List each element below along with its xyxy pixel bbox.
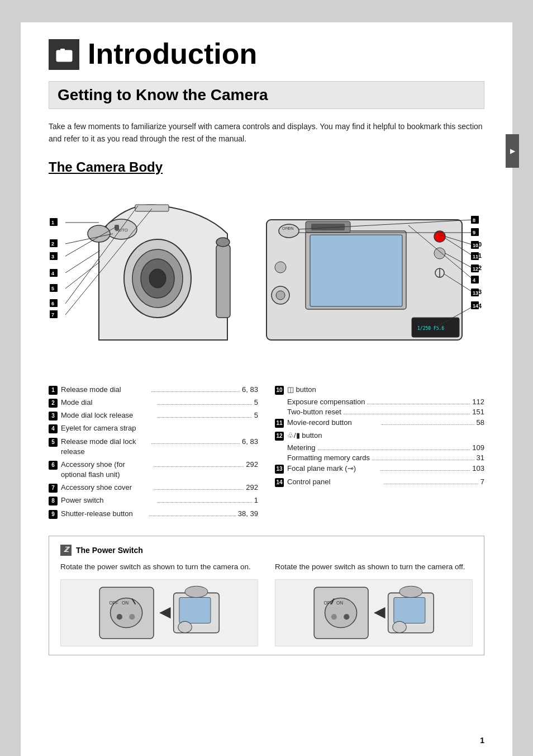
power-off-col: Rotate the power switch as shown to turn…: [275, 561, 473, 646]
part-item-10: 10 ◫ button: [275, 385, 484, 395]
svg-point-11: [88, 225, 110, 242]
parts-left-column: 1 Release mode dial 6, 83 2 Mode dial 5 …: [49, 385, 258, 522]
svg-point-98: [117, 614, 122, 620]
part-item-5: 5 Release mode dial lock release 6, 83: [49, 437, 258, 457]
svg-text:1: 1: [51, 220, 54, 225]
header-section: Introduction: [49, 39, 484, 70]
page-title: Introduction: [88, 39, 257, 68]
intro-paragraph: Take a few moments to familiarize yourse…: [49, 120, 484, 145]
part-item-8: 8 Power switch 1: [49, 495, 258, 505]
part-item-6: 6 Accessory shoe (for optional flash uni…: [49, 460, 258, 480]
svg-text:ON: ON: [122, 601, 129, 606]
part-item-7: 7 Accessory shoe cover 292: [49, 483, 258, 493]
chapter-icon: [49, 39, 79, 70]
svg-text:3: 3: [51, 254, 54, 259]
svg-text:6: 6: [51, 301, 54, 306]
svg-text:8: 8: [473, 218, 475, 223]
power-on-image: OFF ON: [60, 579, 258, 646]
svg-text:14: 14: [473, 303, 478, 309]
svg-rect-112: [394, 598, 425, 623]
power-switch-title: ℤ The Power Switch: [60, 545, 473, 556]
page-content: ▶ Introduction Getting to Know the Camer…: [21, 22, 512, 756]
svg-text:1/250 F5.6: 1/250 F5.6: [417, 326, 444, 331]
svg-text:13: 13: [473, 290, 478, 296]
svg-text:11: 11: [473, 254, 478, 259]
part-12-sub2: Formatting memory cards 31: [287, 453, 484, 462]
svg-point-109: [331, 614, 337, 620]
svg-rect-12: [135, 205, 169, 211]
power-on-text: Rotate the power switch as shown to turn…: [60, 561, 258, 573]
power-switch-box: ℤ The Power Switch Rotate the power swit…: [49, 536, 484, 655]
getting-to-know-title: Getting to Know the Camera: [58, 86, 475, 104]
svg-text:ON: ON: [288, 226, 294, 230]
camera-body-heading: The Camera Body: [49, 159, 484, 175]
part-10-sub2: Two-button reset 151: [287, 408, 484, 416]
svg-text:7: 7: [51, 312, 54, 318]
svg-line-24: [65, 262, 100, 289]
svg-text:5: 5: [51, 286, 54, 291]
parts-list: 1 Release mode dial 6, 83 2 Mode dial 5 …: [49, 385, 484, 522]
part-item-9: 9 Shutter-release button 38, 39: [49, 509, 258, 519]
part-item-1: 1 Release mode dial 6, 83: [49, 385, 258, 395]
svg-point-110: [344, 614, 349, 620]
right-tab: ▶: [506, 134, 519, 168]
note-icon: ℤ: [60, 545, 72, 556]
svg-text:9: 9: [473, 230, 475, 235]
svg-point-102: [185, 586, 208, 597]
svg-text:4: 4: [473, 277, 475, 283]
svg-point-40: [276, 291, 285, 300]
power-switch-content: Rotate the power switch as shown to turn…: [60, 561, 473, 646]
svg-point-99: [129, 614, 135, 620]
svg-point-114: [393, 621, 406, 632]
part-item-12: 12 ♧/▮ button: [275, 431, 484, 441]
part-item-14: 14 Control panel 7: [275, 477, 484, 487]
part-item-13: 13 Focal plane mark (⊸) 103: [275, 464, 484, 474]
svg-point-8: [149, 269, 166, 288]
svg-text:10: 10: [473, 243, 478, 248]
svg-text:12: 12: [473, 266, 478, 272]
svg-text:2: 2: [51, 241, 54, 247]
part-item-2: 2 Mode dial 5: [49, 398, 258, 408]
svg-text:OFF: OFF: [109, 601, 118, 606]
power-off-image: OFF ON: [275, 579, 473, 646]
section-title-box: Getting to Know the Camera: [49, 81, 484, 109]
svg-rect-3: [60, 49, 65, 51]
power-on-col: Rotate the power switch as shown to turn…: [60, 561, 258, 646]
parts-right-column: 10 ◫ button Exposure compensation 112 Tw…: [275, 385, 484, 522]
svg-point-38: [275, 262, 286, 273]
camera-diagram: AUTO 1 2 3: [49, 183, 484, 374]
power-off-text: Rotate the power switch as shown to turn…: [275, 561, 473, 573]
part-item-4: 4 Eyelet for camera strap: [49, 423, 258, 433]
svg-point-14: [216, 238, 230, 247]
svg-rect-101: [179, 598, 211, 623]
svg-rect-32: [310, 235, 402, 306]
part-10-sub1: Exposure compensation 112: [287, 398, 484, 406]
part-12-sub1: Metering 109: [287, 443, 484, 452]
svg-point-42: [434, 248, 445, 259]
part-item-11: 11 Movie-record button 58: [275, 418, 484, 428]
part-item-3: 3 Mode dial lock release 5: [49, 410, 258, 420]
svg-line-22: [65, 251, 100, 273]
svg-text:ON: ON: [336, 601, 343, 606]
svg-text:4: 4: [51, 271, 54, 276]
svg-rect-13: [216, 245, 230, 318]
svg-point-103: [178, 621, 192, 632]
svg-point-4: [68, 51, 70, 54]
page-wrapper: ▶ Introduction Getting to Know the Camer…: [11, 11, 522, 756]
power-switch-heading: The Power Switch: [76, 546, 143, 555]
svg-point-113: [399, 586, 422, 597]
page-number: 1: [480, 736, 484, 745]
